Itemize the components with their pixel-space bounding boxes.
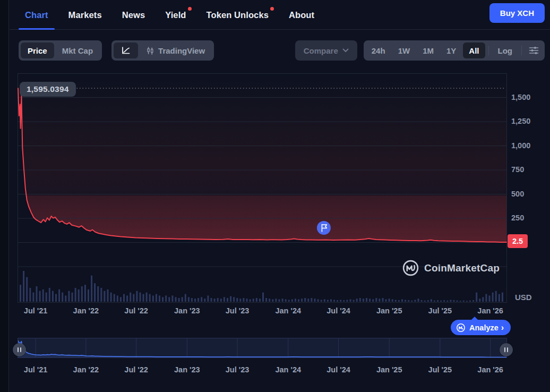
chart-settings-button[interactable]: [525, 45, 543, 56]
xch-chart-page: Chart Markets News Yield Token Unlocks A…: [0, 0, 550, 392]
range-all-button[interactable]: All: [463, 42, 485, 58]
analyze-label: Analyze: [469, 323, 499, 332]
x-tick-label: Jan '24: [275, 306, 301, 315]
current-price-badge: 2.5: [508, 234, 528, 248]
cmc-logo-icon: [402, 259, 419, 277]
analyze-arrow-icon: ›: [501, 323, 504, 333]
x-tick-label: Jul '21: [24, 365, 48, 374]
notification-dot-icon: [270, 7, 274, 11]
y-tick-label: 1,250: [511, 117, 543, 125]
compare-button[interactable]: Compare: [295, 40, 357, 61]
navigator-right-handle[interactable]: [500, 343, 513, 356]
x-tick-label: Jul '25: [428, 365, 452, 374]
toolbar-divider: [488, 46, 489, 55]
log-scale-button[interactable]: Log: [492, 42, 519, 58]
tab-yield[interactable]: Yield: [159, 0, 192, 30]
navigator-left-handle[interactable]: [13, 343, 26, 356]
y-tick-label: 1,000: [511, 141, 543, 150]
tab-markets[interactable]: Markets: [62, 0, 108, 30]
analyze-button[interactable]: Analyze ›: [451, 320, 511, 335]
range-1y-button[interactable]: 1Y: [441, 42, 462, 58]
x-tick-label: Jan '24: [275, 365, 301, 374]
x-tick-label: Jul '24: [326, 306, 350, 315]
tab-token-unlocks[interactable]: Token Unlocks: [200, 0, 275, 30]
coinmarketcap-watermark: CoinMarketCap: [402, 259, 500, 277]
y-tick-label: 1,500: [511, 93, 543, 101]
x-tick-label: Jul '21: [24, 306, 48, 315]
y-tick-label: 500: [511, 190, 543, 198]
x-tick-label: Jan '22: [73, 306, 99, 315]
page-left-gutter: [0, 0, 9, 392]
tab-chart[interactable]: Chart: [19, 0, 55, 30]
chart-type-toggle: TradingView: [111, 40, 214, 61]
chart-toolbar: Price Mkt Cap Tradi: [19, 40, 545, 61]
toolbar-right-group: Compare 24h 1W 1M 1Y All Log: [295, 40, 545, 61]
tab-yield-label: Yield: [165, 10, 186, 20]
line-chart-mode-button[interactable]: [114, 42, 138, 58]
x-tick-label: Jul '25: [428, 306, 452, 315]
currency-unit-label: USD: [515, 293, 532, 302]
x-tick-label: Jan '25: [376, 365, 402, 374]
y-tick-label: 250: [511, 214, 543, 222]
toolbar-divider: [521, 46, 522, 55]
x-tick-label: Jul '24: [326, 365, 350, 374]
tab-list: Chart Markets News Yield Token Unlocks A…: [19, 0, 328, 30]
x-tick-label: Jul '23: [226, 365, 250, 374]
range-1w-button[interactable]: 1W: [392, 42, 416, 58]
tradingview-mode-button[interactable]: TradingView: [139, 42, 212, 58]
time-range-selector: 24h 1W 1M 1Y All Log: [364, 40, 545, 61]
x-tick-label: Jan '23: [174, 365, 200, 374]
ath-price-badge: 1,595.0394: [20, 82, 76, 97]
range-1m-button[interactable]: 1M: [417, 42, 440, 58]
range-navigator-canvas[interactable]: [18, 338, 507, 358]
tab-token-unlocks-label: Token Unlocks: [207, 10, 269, 20]
x-tick-label: Jul '22: [124, 306, 148, 315]
cmc-bubble-icon: [456, 323, 466, 333]
x-tick-label: Jan '22: [73, 365, 99, 374]
line-chart-icon: [121, 46, 131, 55]
compare-label: Compare: [304, 46, 338, 55]
tradingview-label: TradingView: [158, 46, 205, 55]
flag-event-marker: [317, 221, 331, 235]
watermark-text: CoinMarketCap: [424, 262, 500, 274]
tab-news[interactable]: News: [116, 0, 152, 30]
x-tick-label: Jul '23: [226, 306, 250, 315]
tab-chart-label: Chart: [25, 10, 48, 20]
x-tick-label: Jul '22: [124, 365, 148, 374]
x-tick-label: Jan '25: [376, 306, 402, 315]
tab-news-label: News: [122, 10, 145, 20]
price-toggle-button[interactable]: Price: [21, 42, 54, 58]
tab-about[interactable]: About: [282, 0, 321, 30]
range-24h-button[interactable]: 24h: [366, 42, 391, 58]
tab-markets-label: Markets: [68, 10, 102, 20]
buy-xch-button[interactable]: Buy XCH: [489, 3, 545, 23]
x-tick-label: Jan '26: [477, 306, 503, 315]
toolbar-left-group: Price Mkt Cap Tradi: [19, 40, 214, 61]
section-tab-bar: Chart Markets News Yield Token Unlocks A…: [10, 0, 550, 30]
x-tick-label: Jan '26: [477, 365, 503, 374]
price-mktcap-toggle: Price Mkt Cap: [19, 40, 102, 61]
chevron-down-icon: [342, 48, 349, 53]
y-tick-label: 750: [511, 165, 543, 174]
mktcap-toggle-button[interactable]: Mkt Cap: [55, 42, 100, 58]
candlestick-icon: [146, 46, 154, 55]
settings-sliders-icon: [528, 45, 539, 56]
tab-about-label: About: [289, 10, 314, 20]
notification-dot-icon: [188, 7, 192, 11]
x-tick-label: Jan '23: [174, 306, 200, 315]
